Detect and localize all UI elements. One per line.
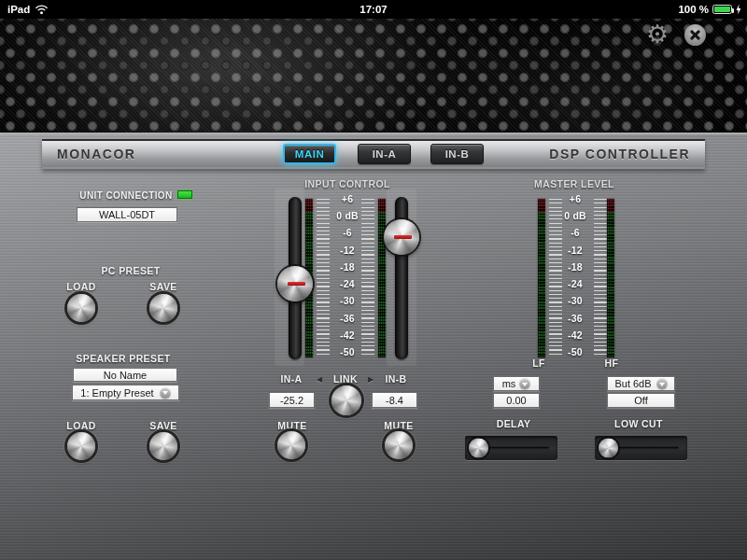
speaker-grille-banner xyxy=(0,19,747,133)
brand-label: MONACOR xyxy=(57,141,135,167)
db-scale-label: -50 xyxy=(558,345,592,358)
link-arrow-right-icon: ▶ xyxy=(368,375,374,384)
db-scale-label: -24 xyxy=(558,277,592,290)
db-scale-label: -36 xyxy=(558,312,592,325)
lowcut-filter-select[interactable]: But 6dB xyxy=(607,376,675,391)
delay-unit-value: ms xyxy=(502,378,516,389)
input-b-mute-button[interactable] xyxy=(385,431,413,459)
lf-label: LF xyxy=(527,357,551,369)
speaker-preset-label: SPEAKER PRESET xyxy=(67,353,179,364)
dropdown-arrow-icon xyxy=(656,378,668,389)
lowcut-slider-knob[interactable] xyxy=(599,439,618,458)
charging-bolt-icon xyxy=(736,5,741,15)
input-a-mute-label: MUTE xyxy=(269,420,316,431)
dropdown-arrow-icon xyxy=(519,378,530,389)
db-scale-label: -12 xyxy=(329,244,366,257)
lowcut-label: LOW CUT xyxy=(601,418,676,429)
delay-label: DELAY xyxy=(476,418,551,429)
unit-name-display: WALL-05DT xyxy=(77,207,177,222)
db-scale-label: -12 xyxy=(558,244,592,257)
master-hf-tick-scale xyxy=(594,199,607,357)
master-db-scale: +60 dB-6-12-18-24-30-36-42-50 xyxy=(558,192,592,358)
db-scale-label: -42 xyxy=(558,329,592,342)
link-arrow-left-icon: ◀ xyxy=(317,375,322,384)
link-button[interactable] xyxy=(331,385,361,415)
app-title: DSP CONTROLLER xyxy=(549,141,690,167)
db-scale-label: 0 dB xyxy=(558,209,592,222)
settings-gear-icon[interactable]: ⚙ xyxy=(643,21,671,49)
speaker-preset-save-label: SAVE xyxy=(140,420,187,431)
master-lf-level-meter xyxy=(538,199,545,357)
input-a-fader-knob[interactable] xyxy=(277,266,313,301)
pc-preset-label: PC PRESET xyxy=(75,265,187,276)
pc-preset-load-button[interactable] xyxy=(67,294,95,322)
input-a-label: IN-A xyxy=(265,373,317,385)
tab-main[interactable]: MAIN xyxy=(283,144,336,164)
lowcut-value-display[interactable]: Off xyxy=(607,393,675,408)
ios-status-bar: iPad 17:07 100 % xyxy=(0,0,747,19)
db-scale-label: -24 xyxy=(329,277,366,290)
db-scale-label: +6 xyxy=(558,192,592,205)
input-b-mute-label: MUTE xyxy=(375,420,422,431)
dropdown-arrow-icon xyxy=(160,387,171,399)
input-b-fader-knob[interactable] xyxy=(384,219,419,255)
tab-in-a[interactable]: IN-A xyxy=(358,144,411,164)
connection-status-led xyxy=(177,190,192,199)
db-scale-label: -6 xyxy=(558,226,592,239)
db-scale-label: -6 xyxy=(329,226,366,239)
db-scale-label: -36 xyxy=(329,312,366,325)
unit-connection-label: UNIT CONNECTION xyxy=(75,190,177,201)
speaker-preset-selected-value: 1: Empty Preset xyxy=(80,387,153,399)
lowcut-filter-value: But 6dB xyxy=(614,378,651,389)
speaker-preset-load-button[interactable] xyxy=(67,432,95,460)
db-scale-label: -30 xyxy=(329,294,366,307)
title-bar: MONACOR DSP CONTROLLER MAIN IN-A IN-B xyxy=(42,139,705,169)
battery-icon xyxy=(712,5,732,14)
clock: 17:07 xyxy=(0,0,747,19)
db-scale-label: 0 dB xyxy=(329,209,366,222)
input-b-gain-value[interactable]: -8.4 xyxy=(372,392,417,408)
lowcut-slider[interactable] xyxy=(595,436,687,460)
speaker-preset-name-display: No Name xyxy=(73,368,177,382)
hf-label: HF xyxy=(599,357,624,369)
db-scale-label: -50 xyxy=(329,345,366,358)
speaker-preset-load-label: LOAD xyxy=(58,420,105,431)
delay-unit-select[interactable]: ms xyxy=(493,376,540,391)
input-b-tick-scale xyxy=(361,199,374,357)
delay-slider[interactable] xyxy=(465,436,557,460)
db-scale-label: -18 xyxy=(329,260,366,273)
dsp-controller-app: iPad 17:07 100 % ⚙ MONACOR DSP CONTROLLE… xyxy=(0,0,747,560)
master-level-title: MASTER LEVEL xyxy=(509,178,640,189)
speaker-preset-select[interactable]: 1: Empty Preset xyxy=(72,385,179,400)
db-scale-label: +6 xyxy=(329,192,366,205)
input-a-tick-scale xyxy=(317,199,330,357)
delay-slider-knob[interactable] xyxy=(469,439,488,458)
close-icon[interactable] xyxy=(684,24,706,46)
input-db-scale: +60 dB-6-12-18-24-30-36-42-50 xyxy=(329,192,366,358)
delay-value-display[interactable]: 0.00 xyxy=(493,393,540,408)
input-b-level-meter xyxy=(378,199,386,357)
link-label: LINK xyxy=(327,373,364,385)
battery-percent: 100 % xyxy=(678,4,709,15)
tab-in-b[interactable]: IN-B xyxy=(430,144,484,164)
pc-preset-save-label: SAVE xyxy=(140,281,187,292)
db-scale-label: -42 xyxy=(329,329,366,342)
input-a-gain-value[interactable]: -25.2 xyxy=(269,392,315,408)
db-scale-label: -30 xyxy=(558,294,592,307)
pc-preset-load-label: LOAD xyxy=(58,281,105,292)
db-scale-label: -18 xyxy=(558,260,592,273)
input-b-label: IN-B xyxy=(375,373,416,385)
input-a-mute-button[interactable] xyxy=(277,431,305,459)
pc-preset-save-button[interactable] xyxy=(149,294,177,322)
speaker-preset-save-button[interactable] xyxy=(149,432,177,460)
master-hf-level-meter xyxy=(607,199,614,357)
